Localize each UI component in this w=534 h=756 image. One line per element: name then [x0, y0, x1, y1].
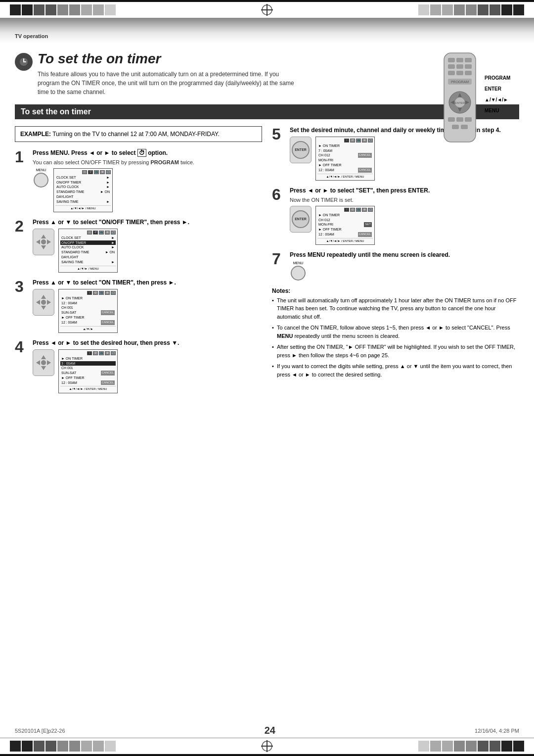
screen-row-s4-4: ► OFF TIMER [60, 376, 116, 380]
step-3-content: Press ▲ or ▼ to select "ON TIMER", then … [33, 279, 262, 333]
step-1-content: Press MENU. Press ◄ or ► to select ⏱ opt… [33, 149, 262, 212]
example-box: EXAMPLE: Turning on the TV to channel 12… [15, 126, 262, 142]
menu-circle-btn [34, 173, 48, 188]
sqr8 [501, 4, 512, 15]
step-3-images: ☆ ⏱ 📺 ⚙ 🔊 ► ON TIMER 12 : 00AM CH 001 SU… [33, 289, 262, 333]
sq4 [45, 4, 56, 15]
screen-row-0: CLOCK SET► [55, 175, 111, 180]
svg-rect-10 [465, 64, 472, 69]
sqr2 [430, 4, 441, 15]
step-2-number: 2 [15, 218, 30, 234]
screen-footer-6: ▲/▼/◄/► / ENTER / MENU [317, 238, 373, 243]
notes-section: Notes: The unit will automatically turn … [272, 287, 519, 379]
svg-rect-24 [456, 117, 463, 122]
step-4-text: Press ◄ or ► to set the desired hour, th… [33, 339, 262, 347]
screen-icons: ☆ ⏱ 📺 ⚙ 🔊 [55, 170, 111, 174]
screen-row-s4-0: ► ON TIMER [60, 356, 116, 361]
remote-illustration-area: PROGRAM ENTER [440, 48, 519, 148]
screen-row-s6-2: MON-FRISET [317, 222, 373, 227]
example-label: EXAMPLE: [20, 131, 51, 138]
menu-label: MENU [485, 105, 510, 116]
step-4-mini-remote [33, 349, 54, 376]
remote-body: PROGRAM ENTER [440, 48, 480, 148]
sq8 [93, 4, 104, 15]
svg-rect-5 [448, 58, 455, 62]
two-col-layout: EXAMPLE: Turning on the TV to channel 12… [15, 126, 519, 399]
screen-row-3: STANDARD TIME► ON [55, 189, 111, 194]
remote-svg: PROGRAM ENTER [440, 48, 480, 147]
screen-row-s2-3: STANDARD TIME► ON [60, 250, 116, 255]
center-crosshair [261, 4, 273, 16]
screen-row-s4-2: CH 001 [60, 366, 116, 371]
screen-row-s5-4: ► OFF TIMER [317, 163, 373, 168]
screen-footer-1: ▲/▼/◄/► / MENU [55, 205, 111, 210]
svg-rect-25 [465, 117, 472, 122]
svg-text:PROGRAM: PROGRAM [451, 80, 469, 84]
svg-rect-12 [456, 71, 463, 75]
screen-row-s3-0: ► ON TIMER [60, 296, 116, 301]
screen-row-s3-2: CH 001 [60, 305, 116, 310]
enter-label: ENTER [485, 84, 510, 94]
step-2-text: Press ▲ or ▼ to select "ON/OFF TIMER", t… [33, 218, 262, 227]
sq1 [10, 4, 21, 15]
step-3-screen: ☆ ⏱ 📺 ⚙ 🔊 ► ON TIMER 12 : 00AM CH 001 SU… [58, 289, 118, 333]
step-3-block: 3 Press ▲ or ▼ to select "ON TIMER", the… [15, 279, 262, 333]
sq7 [81, 4, 92, 15]
svg-point-0 [262, 5, 272, 15]
step-1-screen: ☆ ⏱ 📺 ⚙ 🔊 CLOCK SET► ON/OFF TIMER► AUTO … [53, 168, 113, 212]
step-3-mini-remote [33, 289, 54, 316]
top-pattern-bar [0, 0, 534, 18]
step-2-screen: ☆ ⏱ 📺 ⚙ 🔊 CLOCK SET► ON/OFF TIMER► AUTO … [58, 229, 118, 273]
sq5 [57, 4, 68, 15]
step-1-block: 1 Press MENU. Press ◄ or ► to select ⏱ o… [15, 149, 262, 212]
screen-icons-2: ☆ ⏱ 📺 ⚙ 🔊 [60, 231, 116, 235]
screen-footer-3: ▲/▼/► [60, 326, 116, 331]
bottom-squares-left [10, 741, 116, 752]
screen-row-s4-3: SUN-SATCANCEL [60, 371, 116, 376]
dpad [36, 235, 51, 249]
sq9 [105, 4, 116, 15]
bottom-squares-right [418, 741, 524, 752]
svg-rect-9 [456, 64, 463, 69]
screen-footer-2: ▲/▼/► / MENU [60, 266, 116, 271]
sq6 [69, 4, 80, 15]
top-squares-left [10, 4, 116, 15]
screen-icons-5: ☆ ⏱ 📺 ⚙ 🔊 [317, 139, 373, 142]
screen-icons-4: ☆ ⏱ 📺 ⚙ 🔊 [60, 351, 116, 355]
svg-text:ENTER: ENTER [455, 101, 465, 104]
sqr6 [478, 4, 489, 15]
screen-row-s2-4: DAYLIGHT [60, 255, 116, 260]
dpad-3 [36, 295, 51, 310]
step-6-content: Press ◄ or ► to select "SET", then press… [290, 187, 519, 245]
screen-row-s5-2: CH 012CANCEL [317, 153, 373, 158]
screen-row-s5-3: MON-FRI [317, 158, 373, 163]
sq2 [22, 4, 33, 15]
svg-rect-7 [465, 58, 472, 62]
screen-row-s3-4: ► OFF TIMER [60, 315, 116, 320]
screen-row-s2-5: SAVING TIME► [60, 260, 116, 265]
svg-point-28 [262, 741, 272, 751]
sqr5 [466, 4, 477, 15]
svg-rect-13 [465, 71, 472, 75]
step-4-screen: ☆ ⏱ 📺 ⚙ 🔊 ► ON TIMER 3 : 00AM CH 001 SUN… [58, 349, 118, 393]
tv-operation-label: TV operation [15, 33, 48, 39]
screen-icons-6: ☆ ⏱ 📺 ⚙ 🔊 [317, 208, 373, 212]
screen-row-2: AUTO CLOCK► [55, 185, 111, 189]
screen-row-s3-5: 12 : 00AMCANCEL [60, 320, 116, 325]
menu-text-small: MENU [36, 168, 46, 172]
title-description: This feature allows you to have the unit… [38, 70, 295, 96]
step-7-number: 7 [272, 251, 287, 267]
step-4-number: 4 [15, 339, 30, 355]
title-icon [15, 53, 33, 71]
step-1-mini-remote: MENU [33, 168, 49, 189]
step-6-text: Press ◄ or ► to select "SET", then press… [290, 187, 519, 195]
step-6-block: 6 Press ◄ or ► to select "SET", then pre… [272, 187, 519, 245]
note-item-1: The unit will automatically turn off app… [272, 296, 519, 321]
enter-btn: ENTER [292, 141, 310, 159]
right-column: 5 Set the desired minute, channel and da… [272, 126, 519, 399]
step-6-mini-remote: ENTER [290, 206, 312, 233]
screen-row-s3-1: 12 : 00AM [60, 301, 116, 306]
svg-rect-23 [448, 117, 455, 122]
screen-row-s3-3: SUN-SATCANCEL [60, 310, 116, 315]
screen-row-1: ON/OFF TIMER► [55, 180, 111, 185]
